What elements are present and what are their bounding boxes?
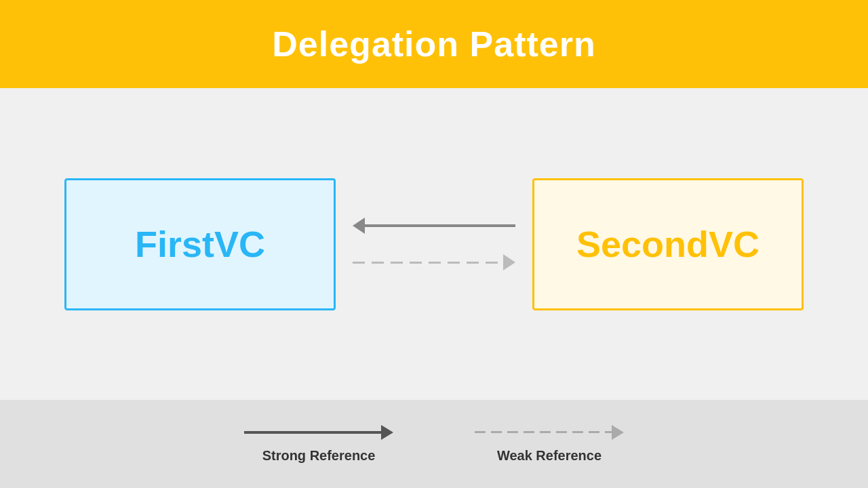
first-vc-box: FirstVC (64, 178, 336, 310)
second-vc-box: SecondVC (532, 178, 804, 310)
legend-solid-arrow (244, 425, 393, 440)
solid-line (365, 224, 515, 227)
dashed-line (353, 262, 503, 264)
legend-strong-reference: Strong Reference (244, 425, 393, 464)
legend-solid-arrowhead-icon (381, 425, 393, 440)
arrowhead-right-icon (503, 254, 515, 270)
weak-reference-label: Weak Reference (497, 448, 601, 464)
legend-dashed-arrowhead-icon (612, 425, 624, 440)
weak-reference-arrow (353, 254, 515, 270)
arrowhead-left-icon (353, 218, 365, 234)
second-vc-label: SecondVC (576, 223, 760, 265)
legend-section: Strong Reference Weak Reference (0, 400, 868, 488)
header: Delegation Pattern (0, 0, 868, 88)
diagram-container: FirstVC SecondVC (61, 178, 807, 310)
diagram-area: FirstVC SecondVC (0, 88, 868, 400)
first-vc-label: FirstVC (135, 223, 265, 265)
legend-weak-reference: Weak Reference (475, 425, 624, 464)
legend-dashed-arrow (475, 425, 624, 440)
page-title: Delegation Pattern (272, 24, 595, 64)
strong-reference-label: Strong Reference (262, 448, 376, 464)
strong-reference-arrow (353, 218, 515, 234)
legend-solid-line (244, 431, 381, 434)
arrows-container (336, 218, 532, 270)
legend-dashed-line (475, 431, 612, 433)
